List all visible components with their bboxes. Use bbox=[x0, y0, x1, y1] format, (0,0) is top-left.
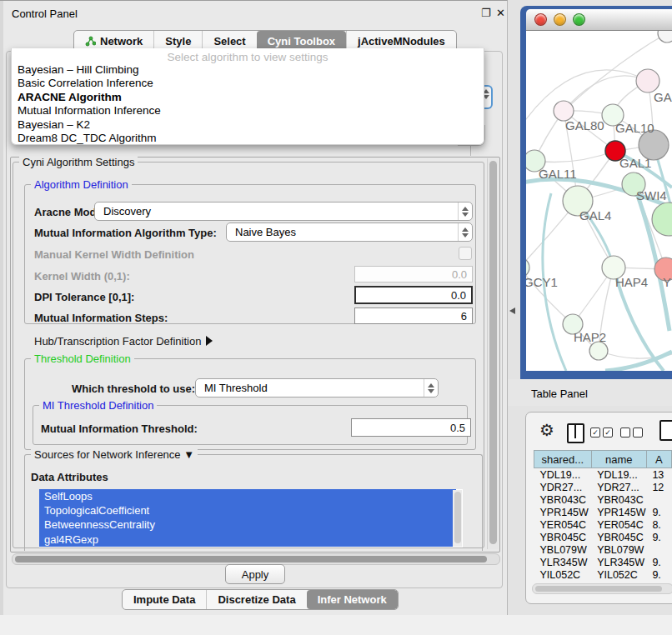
settings-hscrollbar[interactable] bbox=[12, 553, 500, 565]
table-row[interactable]: YBL079WYBL079W bbox=[534, 543, 672, 556]
algorithm-option[interactable]: Bayesian – K2 bbox=[12, 118, 484, 132]
algorithm-popup: Select algorithm to view settings Bayesi… bbox=[11, 48, 484, 145]
data-attributes-label: Data Attributes bbox=[31, 471, 108, 483]
table-cell: 12 bbox=[646, 481, 671, 493]
which-threshold-select[interactable]: MI Threshold bbox=[195, 378, 439, 398]
table-cell: YDL19... bbox=[591, 468, 646, 482]
node-table-grid: shared...nameAYDL19...YDL19...13YDR27...… bbox=[534, 450, 672, 581]
mac-zoom-button[interactable] bbox=[573, 13, 585, 26]
table-cell bbox=[646, 543, 671, 556]
window-edge bbox=[0, 1, 3, 615]
table-row[interactable]: YER054CYER054C8. bbox=[534, 518, 672, 531]
attribute-item[interactable]: TopologicalCoefficient bbox=[39, 503, 456, 518]
tab-label: Network bbox=[100, 35, 143, 48]
node-label: GAL80 bbox=[565, 118, 604, 132]
deselect-all-checkbox-icon[interactable] bbox=[620, 428, 630, 438]
which-threshold-label: Which threshold to use: bbox=[72, 382, 195, 395]
table-cell: YBL079W bbox=[591, 543, 646, 556]
select-all-checkbox-icon[interactable]: ✓ bbox=[590, 428, 600, 438]
table-row[interactable]: YBR043CYBR043C bbox=[534, 493, 672, 506]
table-cell: YER054C bbox=[591, 518, 646, 531]
settings-vscrollbar[interactable] bbox=[487, 158, 499, 549]
node-label: GAL1 bbox=[619, 156, 651, 170]
column-header[interactable]: shared... bbox=[534, 451, 592, 468]
algorithm-popup-placeholder: Select algorithm to view settings bbox=[12, 48, 484, 63]
table-cell: YBR045C bbox=[591, 531, 646, 543]
tab-impute-data[interactable]: Impute Data bbox=[123, 590, 206, 609]
attribute-item[interactable]: gal4RGexp bbox=[39, 532, 456, 547]
aracne-mode-select[interactable]: Discovery bbox=[94, 202, 473, 221]
control-panel-window: Control Panel ❐ ✕ NetworkStyleSelectCyni… bbox=[0, 0, 508, 616]
network-graph: GALGAL80GAL10GAL1GAL11SWI4GAL4GCY1HAP4YH… bbox=[526, 31, 672, 371]
network-node[interactable] bbox=[589, 342, 608, 360]
table-cell: YDR27... bbox=[591, 481, 646, 493]
mi-threshold-label: Mutual Information Threshold: bbox=[41, 422, 198, 435]
algorithm-option[interactable]: Mutual Information Inference bbox=[12, 104, 484, 118]
stepper-icons bbox=[458, 223, 472, 241]
algorithm-option[interactable]: Bayesian – Hill Climbing bbox=[12, 63, 484, 77]
select-all-checkbox-icon[interactable]: ✓ bbox=[603, 428, 613, 438]
network-node[interactable] bbox=[652, 202, 672, 236]
manual-kernel-checkbox[interactable] bbox=[459, 247, 472, 260]
mi-threshold-field[interactable]: 0.5 bbox=[351, 418, 471, 437]
apply-button[interactable]: Apply bbox=[225, 564, 285, 584]
table-cell: YBR043C bbox=[534, 493, 592, 506]
scrollbar-thumb[interactable] bbox=[15, 556, 487, 562]
kernel-width-field[interactable]: 0.0 bbox=[354, 266, 473, 282]
tab-infer-network[interactable]: Infer Network bbox=[307, 590, 398, 609]
node-label: GAL4 bbox=[579, 208, 611, 222]
table-row[interactable]: YDL19...YDL19...13 bbox=[534, 468, 672, 482]
column-header[interactable]: A bbox=[646, 451, 671, 468]
tab-discretize-data[interactable]: Discretize Data bbox=[206, 590, 306, 609]
network-node[interactable] bbox=[658, 31, 672, 42]
scrollbar-thumb[interactable] bbox=[489, 161, 497, 544]
hub-definition-toggle[interactable]: Hub/Transcription Factor Definition bbox=[34, 335, 213, 348]
gear-icon[interactable]: ⚙ bbox=[539, 420, 554, 440]
network-edge[interactable] bbox=[534, 151, 615, 162]
table-row[interactable]: YLR345WYLR345W9. bbox=[534, 556, 672, 568]
network-window-titlebar[interactable] bbox=[526, 9, 672, 31]
table-cell: YIL052C bbox=[534, 568, 592, 581]
table-cell: YBR043C bbox=[591, 493, 646, 506]
network-node-gal[interactable] bbox=[636, 69, 659, 92]
mac-close-button[interactable] bbox=[534, 13, 547, 26]
algorithm-option[interactable]: Basic Correlation Inference bbox=[12, 77, 484, 90]
scrollbar-thumb[interactable] bbox=[454, 492, 461, 543]
table-cell: 9. bbox=[646, 568, 671, 581]
node-label: SWI4 bbox=[636, 188, 667, 202]
algorithm-option[interactable]: Dream8 DC_TDC Algorithm bbox=[12, 132, 484, 145]
manual-kernel-label: Manual Kernel Width Definition bbox=[34, 248, 194, 261]
table-cell: YBR045C bbox=[534, 531, 592, 543]
document-icon[interactable] bbox=[659, 420, 672, 441]
mac-minimize-button[interactable] bbox=[554, 13, 566, 26]
group-title: Sources for Network Inference ▼ bbox=[31, 448, 198, 461]
table-row[interactable]: YBR045CYBR045C9. bbox=[534, 531, 672, 543]
float-window-icon[interactable]: ❐ bbox=[481, 7, 491, 19]
mi-steps-field[interactable]: 6 bbox=[354, 308, 473, 324]
table-row[interactable]: YPR145WYPR145W9. bbox=[534, 506, 672, 518]
dpi-tolerance-field[interactable]: 0.0 bbox=[354, 286, 473, 304]
data-attributes-list: SelfLoopsTopologicalCoefficientBetweenne… bbox=[39, 489, 463, 548]
group-title: MI Threshold Definition bbox=[39, 399, 157, 412]
scrollbar-thumb[interactable] bbox=[535, 586, 662, 592]
table-cell: 8. bbox=[646, 518, 671, 531]
network-canvas[interactable]: GALGAL80GAL10GAL1GAL11SWI4GAL4GCY1HAP4YH… bbox=[526, 31, 672, 371]
mi-type-select[interactable]: Naive Bayes bbox=[226, 222, 473, 242]
table-cell bbox=[646, 493, 671, 506]
column-header[interactable]: name bbox=[591, 451, 646, 468]
table-row[interactable]: YDR27...YDR27...12 bbox=[534, 481, 672, 493]
attribute-item[interactable]: BetweennessCentrality bbox=[39, 518, 456, 532]
attribute-item[interactable]: SelfLoops bbox=[39, 489, 456, 503]
group-title: Algorithm Definition bbox=[31, 178, 132, 191]
attributes-scrollbar[interactable] bbox=[453, 490, 462, 547]
close-icon[interactable]: ✕ bbox=[496, 7, 505, 19]
deselect-all-checkbox-icon[interactable] bbox=[633, 428, 643, 438]
group-title: Threshold Definition bbox=[31, 352, 134, 365]
algorithm-option[interactable]: ARACNE Algorithm bbox=[12, 91, 484, 104]
control-panel-title: Control Panel bbox=[12, 8, 78, 20]
table-row[interactable]: YIL052CYIL052C9. bbox=[534, 568, 672, 581]
network-edge[interactable] bbox=[564, 76, 648, 111]
table-hscrollbar[interactable] bbox=[532, 583, 672, 594]
columns-icon[interactable] bbox=[567, 423, 584, 443]
table-cell: 13 bbox=[646, 468, 671, 482]
